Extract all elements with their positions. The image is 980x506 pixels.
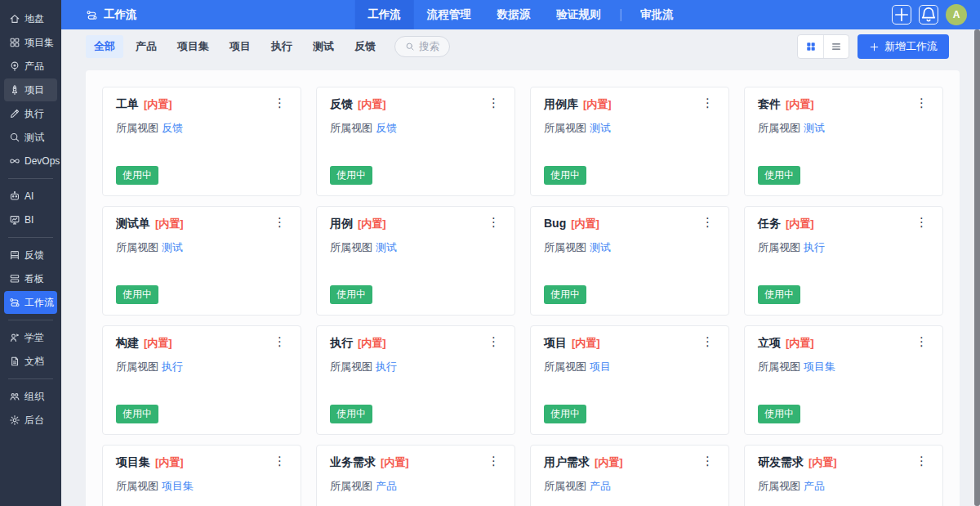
test-icon — [9, 132, 20, 143]
sidebar-item-home[interactable]: 地盘 — [4, 7, 57, 30]
avatar[interactable]: A — [946, 4, 967, 25]
card-builtin-tag: [内置] — [786, 336, 814, 351]
filter-tab-4[interactable]: 执行 — [263, 35, 301, 58]
sidebar-divider — [8, 178, 53, 179]
sidebar-item-doc[interactable]: 文档 — [4, 350, 57, 373]
card-menu-button[interactable]: ⋮ — [486, 336, 501, 347]
filter-tab-1[interactable]: 产品 — [127, 35, 165, 58]
card-view-link[interactable]: 项目集 — [804, 360, 835, 373]
card-menu-button[interactable]: ⋮ — [486, 97, 501, 109]
school-icon — [9, 332, 20, 343]
home-icon — [9, 13, 20, 25]
card-view-label: 所属视图 — [758, 241, 800, 253]
notifications-button[interactable] — [919, 5, 938, 25]
sidebar-item-grid[interactable]: 项目集 — [4, 31, 57, 54]
topbar-tab-2[interactable]: 数据源 — [484, 0, 544, 29]
sidebar-item-label: 产品 — [24, 60, 44, 74]
search-input[interactable]: 搜索 — [394, 36, 450, 57]
card-view-link[interactable]: 项目 — [590, 360, 611, 373]
card-view-label: 所属视图 — [544, 241, 586, 253]
card-menu-button[interactable]: ⋮ — [700, 336, 715, 347]
card-view-row: 所属视图反馈 — [330, 121, 501, 136]
kanban-icon — [9, 273, 20, 284]
grid-icon — [9, 37, 20, 48]
card-menu-button[interactable]: ⋮ — [272, 336, 287, 347]
card-view-row: 所属视图项目集 — [758, 360, 929, 374]
sidebar-item-feedback[interactable]: 反馈 — [4, 244, 57, 266]
sidebar-item-org[interactable]: 组织 — [4, 385, 57, 408]
card-menu-button[interactable]: ⋮ — [272, 217, 287, 228]
card-menu-button[interactable]: ⋮ — [914, 217, 929, 228]
sidebar-item-kanban[interactable]: 看板 — [4, 267, 57, 290]
card-view-link[interactable]: 产品 — [590, 480, 611, 492]
sidebar-item-label: 学堂 — [24, 331, 44, 345]
new-workflow-button[interactable]: 新增工作流 — [858, 34, 949, 59]
card-view-label: 所属视图 — [330, 480, 372, 492]
topbar-tab-1[interactable]: 流程管理 — [414, 0, 484, 29]
scrollbar[interactable] — [974, 29, 980, 506]
card-menu-button[interactable]: ⋮ — [700, 217, 715, 228]
sidebar-item-test[interactable]: 测试 — [4, 126, 57, 149]
filter-tab-2[interactable]: 项目集 — [169, 35, 217, 58]
card-view-link[interactable]: 测试 — [376, 241, 397, 253]
sidebar-item-workflow[interactable]: 工作流 — [4, 291, 57, 314]
card-view-link[interactable]: 产品 — [804, 480, 825, 492]
card-view-link[interactable]: 反馈 — [376, 122, 397, 134]
filter-tab-0[interactable]: 全部 — [86, 35, 123, 58]
sidebar-item-school[interactable]: 学堂 — [4, 326, 57, 349]
filter-tab-5[interactable]: 测试 — [305, 35, 342, 58]
sidebar-item-label: 后台 — [24, 414, 44, 428]
sidebar-item-robot[interactable]: AI — [4, 185, 57, 208]
card-view-link[interactable]: 执行 — [162, 360, 183, 373]
sidebar-item-rocket[interactable]: 项目 — [4, 78, 57, 101]
workflow-icon — [9, 297, 20, 308]
card-menu-button[interactable]: ⋮ — [272, 455, 287, 467]
card-view-link[interactable]: 测试 — [162, 241, 183, 253]
view-toggle — [797, 34, 849, 59]
card-title: 项目集 — [116, 455, 150, 470]
card-header: 研发需求[内置]⋮ — [758, 455, 929, 470]
filter-tab-6[interactable]: 反馈 — [346, 35, 384, 58]
grid-view-button[interactable] — [798, 35, 823, 58]
card-view-row: 所属视图产品 — [330, 479, 501, 494]
card-view-row: 所属视图产品 — [758, 479, 929, 494]
card-menu-button[interactable]: ⋮ — [700, 455, 715, 467]
card-view-link[interactable]: 执行 — [804, 241, 825, 253]
card-view-link[interactable]: 测试 — [590, 241, 611, 253]
card-view-row: 所属视图执行 — [758, 240, 929, 255]
card-view-row: 所属视图测试 — [544, 240, 715, 255]
topbar-tab-4[interactable]: 审批流 — [627, 0, 687, 29]
sidebar-item-product[interactable]: 产品 — [4, 55, 57, 78]
list-view-button[interactable] — [823, 35, 849, 58]
sidebar-item-gear[interactable]: 后台 — [4, 409, 57, 432]
topbar-tab-0[interactable]: 工作流 — [354, 0, 414, 29]
filter-tab-3[interactable]: 项目 — [221, 35, 259, 58]
card-view-link[interactable]: 项目集 — [162, 480, 194, 492]
org-icon — [9, 391, 20, 402]
card-menu-button[interactable]: ⋮ — [486, 455, 501, 467]
card-title: 用例 — [330, 217, 353, 231]
card-menu-button[interactable]: ⋮ — [914, 97, 929, 109]
sidebar-item-execute[interactable]: 执行 — [4, 102, 57, 125]
card-view-link[interactable]: 反馈 — [162, 122, 183, 134]
card-view-link[interactable]: 测试 — [590, 122, 611, 134]
card-view-link[interactable]: 产品 — [376, 480, 397, 492]
card-view-link[interactable]: 测试 — [804, 122, 825, 134]
card-view-row: 所属视图测试 — [544, 121, 715, 136]
add-button[interactable] — [892, 5, 911, 25]
card-menu-button[interactable]: ⋮ — [272, 97, 287, 109]
infinity-icon — [9, 155, 20, 167]
card-menu-button[interactable]: ⋮ — [914, 336, 929, 347]
card-builtin-tag: [内置] — [358, 97, 386, 112]
card-view-link[interactable]: 执行 — [376, 360, 397, 373]
card-menu-button[interactable]: ⋮ — [486, 217, 501, 228]
sidebar-item-monitor[interactable]: BI — [4, 208, 57, 231]
card-menu-button[interactable]: ⋮ — [914, 455, 929, 467]
card-builtin-tag: [内置] — [786, 217, 814, 231]
card-view-label: 所属视图 — [330, 122, 372, 134]
card-builtin-tag: [内置] — [358, 217, 386, 231]
workflow-card: 反馈[内置]⋮所属视图反馈使用中 — [316, 87, 515, 196]
sidebar-item-infinity[interactable]: DevOps — [4, 150, 57, 172]
card-menu-button[interactable]: ⋮ — [700, 97, 715, 109]
topbar-tab-3[interactable]: 验证规则 — [543, 0, 613, 29]
